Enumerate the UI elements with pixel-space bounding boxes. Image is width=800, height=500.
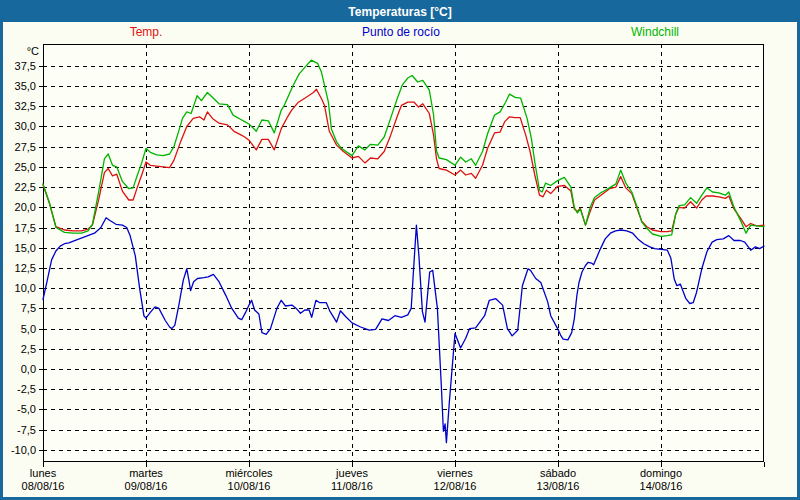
temperature-line-chart bbox=[39, 44, 768, 472]
window-title: Temperaturas [°C] bbox=[3, 3, 797, 22]
y-tick-label: 35,0 bbox=[3, 79, 36, 93]
y-tick-label: 5,0 bbox=[3, 322, 36, 336]
y-tick-label: 17,5 bbox=[3, 221, 36, 235]
day-date: 12/08/16 bbox=[407, 480, 503, 493]
legend-item-temp: Temp. bbox=[130, 25, 163, 39]
y-tick-label: 15,0 bbox=[3, 241, 36, 255]
y-tick-label: 30,0 bbox=[3, 119, 36, 133]
y-tick-label: 0,0 bbox=[3, 362, 36, 376]
y-tick-label: -2,5 bbox=[3, 382, 36, 396]
plot-frame bbox=[44, 45, 764, 462]
y-tick-label: 2,5 bbox=[3, 342, 36, 356]
day-date: 09/08/16 bbox=[98, 480, 194, 493]
y-tick-label: 37,5 bbox=[3, 59, 36, 73]
day-date: 14/08/16 bbox=[613, 480, 709, 493]
day-name: martes bbox=[98, 467, 194, 480]
y-tick-label: -10,0 bbox=[3, 443, 36, 457]
app-window: Temperaturas [°C] Temp. Punto de rocío W… bbox=[0, 0, 800, 500]
chart-window: Temperaturas [°C] Temp. Punto de rocío W… bbox=[0, 0, 800, 500]
y-tick-label: 25,0 bbox=[3, 160, 36, 174]
chart-legend: Temp. Punto de rocío Windchill bbox=[3, 25, 797, 41]
x-day-label: miércoles10/08/16 bbox=[201, 467, 297, 493]
y-tick-label: 20,0 bbox=[3, 200, 36, 214]
y-tick-label: 27,5 bbox=[3, 140, 36, 154]
day-name: sábado bbox=[510, 467, 606, 480]
plot-area bbox=[39, 44, 768, 476]
day-name: miércoles bbox=[201, 467, 297, 480]
y-axis-unit-label: °C bbox=[5, 45, 39, 57]
day-date: 11/08/16 bbox=[304, 480, 400, 493]
y-tick-label: 10,0 bbox=[3, 281, 36, 295]
x-day-label: jueves11/08/16 bbox=[304, 467, 400, 493]
y-tick-label: -7,5 bbox=[3, 423, 36, 437]
x-day-label: martes09/08/16 bbox=[98, 467, 194, 493]
x-day-label: lunes08/08/16 bbox=[0, 467, 91, 493]
y-tick-label: 7,5 bbox=[3, 301, 36, 315]
day-date: 13/08/16 bbox=[510, 480, 606, 493]
y-tick-label: -5,0 bbox=[3, 402, 36, 416]
day-date: 08/08/16 bbox=[0, 480, 91, 493]
day-date: 10/08/16 bbox=[201, 480, 297, 493]
day-name: jueves bbox=[304, 467, 400, 480]
x-day-label: viernes12/08/16 bbox=[407, 467, 503, 493]
x-day-label: domingo14/08/16 bbox=[613, 467, 709, 493]
y-tick-label: 22,5 bbox=[3, 180, 36, 194]
y-tick-label: 12,5 bbox=[3, 261, 36, 275]
x-day-label: sábado13/08/16 bbox=[510, 467, 606, 493]
legend-item-dew-point: Punto de rocío bbox=[362, 25, 440, 39]
day-name: viernes bbox=[407, 467, 503, 480]
legend-item-windchill: Windchill bbox=[631, 25, 679, 39]
day-name: domingo bbox=[613, 467, 709, 480]
y-tick-label: 32,5 bbox=[3, 99, 36, 113]
day-name: lunes bbox=[0, 467, 91, 480]
